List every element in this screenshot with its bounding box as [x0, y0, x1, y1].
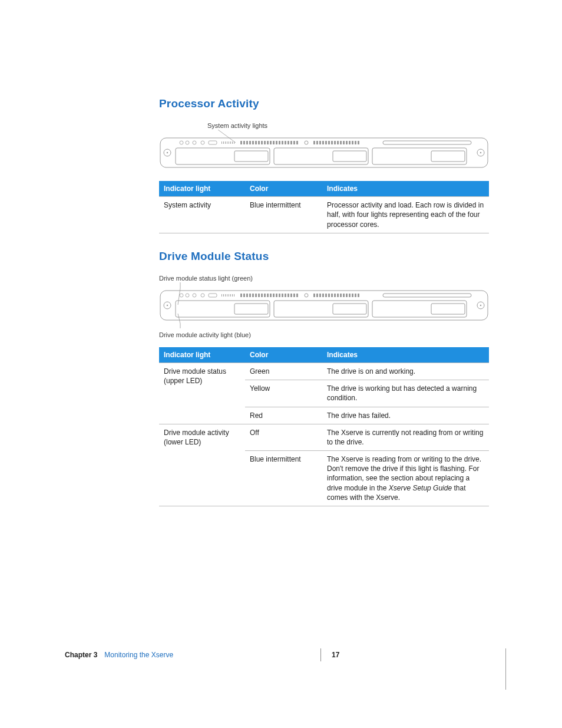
diagram-processor-activity: System activity lights	[159, 121, 497, 173]
cell-color: Green	[245, 363, 322, 380]
svg-rect-58	[274, 148, 368, 164]
svg-rect-93	[276, 294, 277, 297]
svg-rect-100	[296, 294, 298, 297]
svg-rect-52	[349, 141, 351, 144]
svg-rect-17	[232, 141, 233, 144]
page-edge-rule-icon	[505, 648, 506, 690]
footer-divider-icon	[320, 648, 321, 661]
svg-rect-104	[319, 294, 321, 297]
cell-indicator: System activity	[159, 197, 245, 233]
svg-rect-24	[255, 141, 257, 144]
svg-rect-36	[290, 141, 292, 144]
svg-rect-119	[176, 301, 270, 317]
svg-rect-30	[273, 141, 275, 144]
svg-rect-34	[285, 141, 286, 144]
svg-rect-103	[316, 294, 318, 297]
svg-rect-121	[372, 301, 467, 317]
svg-rect-46	[331, 141, 333, 144]
svg-rect-105	[322, 294, 324, 297]
svg-rect-79	[232, 294, 233, 297]
svg-line-0	[218, 130, 236, 143]
svg-rect-91	[270, 294, 272, 297]
svg-rect-12	[223, 141, 224, 144]
svg-point-71	[201, 294, 204, 297]
svg-rect-110	[337, 294, 339, 297]
svg-point-6	[180, 141, 183, 144]
svg-rect-115	[352, 294, 353, 297]
cell-desc: The drive is on and working.	[322, 363, 489, 380]
svg-rect-22	[249, 141, 251, 144]
svg-rect-96	[285, 294, 286, 297]
svg-rect-27	[264, 141, 266, 144]
svg-point-101	[305, 294, 308, 297]
callout-drive-activity-light: Drive module activity light (blue)	[159, 331, 251, 338]
footer-page-number: 17	[332, 651, 339, 659]
svg-rect-61	[333, 151, 366, 162]
svg-rect-47	[334, 141, 336, 144]
th-indicates: Indicates	[322, 347, 489, 363]
cell-color: Blue intermittent	[245, 197, 322, 233]
table-row: Drive module status (upper LED) Green Th…	[159, 363, 489, 380]
svg-rect-23	[252, 141, 254, 144]
diagram-drive-module-status: Drive module status light (green)	[159, 274, 497, 339]
svg-point-68	[180, 294, 183, 297]
svg-rect-29	[270, 141, 272, 144]
svg-rect-38	[296, 141, 298, 144]
svg-rect-26	[261, 141, 263, 144]
svg-point-70	[193, 294, 196, 297]
svg-rect-14	[227, 141, 227, 144]
svg-rect-37	[293, 141, 295, 144]
svg-rect-88	[261, 294, 263, 297]
svg-rect-62	[431, 151, 465, 162]
svg-point-69	[186, 294, 189, 297]
svg-rect-81	[240, 294, 242, 297]
svg-rect-19	[240, 141, 242, 144]
cell-desc: The Xserve is reading from or writing to…	[322, 451, 489, 506]
svg-rect-108	[331, 294, 333, 297]
svg-rect-94	[279, 294, 280, 297]
cell-color: Blue intermittent	[245, 451, 322, 506]
table-row: Drive module activity (lower LED) Off Th…	[159, 424, 489, 450]
svg-rect-78	[230, 294, 231, 297]
svg-rect-48	[337, 141, 339, 144]
svg-rect-44	[325, 141, 327, 144]
svg-rect-75	[225, 294, 226, 297]
svg-rect-72	[209, 294, 217, 297]
svg-rect-83	[246, 294, 248, 297]
svg-rect-112	[343, 294, 345, 297]
svg-rect-56	[383, 141, 471, 144]
svg-point-39	[305, 141, 308, 144]
cell-desc: The Xserve is currently not reading from…	[322, 424, 489, 450]
svg-rect-87	[258, 294, 260, 297]
svg-rect-74	[223, 294, 224, 297]
table-drive-module-status: Indicator light Color Indicates Drive mo…	[159, 347, 489, 506]
svg-rect-102	[313, 294, 315, 297]
xserve-front-diagram-icon	[159, 282, 489, 328]
svg-rect-107	[328, 294, 330, 297]
svg-point-67	[480, 305, 481, 306]
callout-system-activity-lights: System activity lights	[207, 122, 267, 129]
svg-rect-59	[372, 148, 467, 164]
svg-point-9	[201, 141, 204, 144]
svg-rect-33	[282, 141, 283, 144]
svg-rect-57	[176, 148, 270, 164]
svg-rect-13	[225, 141, 226, 144]
svg-rect-109	[334, 294, 336, 297]
svg-rect-25	[258, 141, 260, 144]
th-color: Color	[245, 347, 322, 363]
th-indicates: Indicates	[322, 181, 489, 197]
svg-rect-10	[209, 141, 217, 144]
footer-chapter-title: Monitoring the Xserve	[104, 651, 173, 659]
svg-rect-82	[243, 294, 245, 297]
svg-rect-97	[287, 294, 289, 297]
svg-rect-16	[230, 141, 231, 144]
svg-rect-89	[264, 294, 266, 297]
svg-rect-84	[249, 294, 251, 297]
svg-rect-53	[352, 141, 353, 144]
svg-rect-120	[274, 301, 368, 317]
svg-rect-116	[355, 294, 356, 297]
svg-rect-99	[293, 294, 295, 297]
svg-rect-124	[431, 304, 465, 314]
svg-point-3	[167, 152, 168, 153]
cell-desc: The drive is working but has detected a …	[322, 380, 489, 407]
